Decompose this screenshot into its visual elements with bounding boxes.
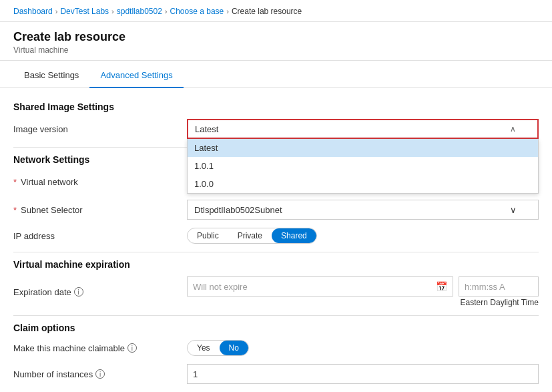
breadcrumb-sep-2: › bbox=[111, 7, 114, 15]
tabs-container: Basic Settings Advanced Settings bbox=[0, 63, 552, 88]
image-version-control: Latest ∧ Latest 1.0.1 1.0.0 bbox=[187, 119, 539, 139]
tab-advanced-settings[interactable]: Advanced Settings bbox=[89, 63, 183, 88]
claim-section-title: Claim options bbox=[13, 323, 539, 333]
ip-private-option[interactable]: Private bbox=[228, 228, 272, 243]
breadcrumb-devtest[interactable]: DevTest Labs bbox=[60, 7, 109, 16]
claimable-label: Make this machine claimable i bbox=[13, 343, 187, 353]
expiration-time-input[interactable]: h:mm:ss A bbox=[459, 276, 539, 297]
chevron-down-icon: ∨ bbox=[510, 205, 517, 215]
page-subtitle: Virtual machine bbox=[13, 45, 539, 55]
claimable-row: Make this machine claimable i Yes No bbox=[13, 340, 539, 356]
expiration-date-label: Expiration date i bbox=[13, 287, 187, 297]
chevron-up-icon: ∧ bbox=[510, 124, 516, 134]
image-version-row: Image version Latest ∧ Latest 1.0.1 1.0.… bbox=[13, 119, 539, 139]
subnet-selector-dropdown[interactable]: DtlspdtlIab0502Subnet ∨ bbox=[187, 200, 539, 220]
dropdown-option-latest[interactable]: Latest bbox=[188, 139, 538, 157]
breadcrumb-current: Create lab resource bbox=[232, 7, 302, 16]
subnet-selected-value: DtlspdtlIab0502Subnet bbox=[194, 205, 282, 215]
dropdown-option-100[interactable]: 1.0.0 bbox=[188, 175, 538, 193]
image-version-dropdown-list: Latest 1.0.1 1.0.0 bbox=[187, 139, 539, 194]
timezone-text: Eastern Daylight Time bbox=[187, 298, 539, 307]
expiration-date-row: Expiration date i Will not expire 📅 h:mm… bbox=[13, 276, 539, 307]
expiration-date-input[interactable]: Will not expire 📅 bbox=[187, 276, 453, 297]
breadcrumb-sep-3: › bbox=[165, 7, 168, 15]
virtual-network-label: * Virtual network bbox=[13, 177, 187, 187]
claimable-no-option[interactable]: No bbox=[220, 341, 248, 355]
claimable-info-icon[interactable]: i bbox=[127, 343, 137, 353]
ip-address-control: Public Private Shared bbox=[187, 228, 539, 244]
ip-shared-option[interactable]: Shared bbox=[272, 228, 316, 243]
instances-row: Number of instances i bbox=[13, 364, 539, 384]
claimable-yes-option[interactable]: Yes bbox=[188, 341, 220, 355]
tab-basic-settings[interactable]: Basic Settings bbox=[13, 63, 89, 88]
expiration-section-title: Virtual machine expiration bbox=[13, 259, 539, 270]
breadcrumb-dashboard[interactable]: Dashboard bbox=[13, 7, 53, 16]
divider-3 bbox=[13, 315, 539, 316]
shared-image-section-title: Shared Image Settings bbox=[13, 102, 539, 112]
instances-input[interactable] bbox=[187, 364, 539, 384]
calendar-icon: 📅 bbox=[436, 281, 447, 292]
image-version-dropdown-container: Latest ∧ Latest 1.0.1 1.0.0 bbox=[187, 119, 539, 139]
breadcrumb: Dashboard › DevTest Labs › spdtllab0502 … bbox=[0, 0, 552, 22]
instances-info-icon[interactable]: i bbox=[95, 369, 105, 379]
image-version-dropdown[interactable]: Latest ∧ bbox=[187, 119, 539, 139]
content-area: Shared Image Settings Image version Late… bbox=[0, 88, 552, 392]
claimable-control: Yes No bbox=[187, 340, 539, 356]
breadcrumb-lab[interactable]: spdtllab0502 bbox=[117, 7, 162, 16]
expiration-info-icon[interactable]: i bbox=[74, 287, 83, 297]
ip-address-row: IP address Public Private Shared bbox=[13, 228, 539, 244]
instances-control bbox=[187, 364, 539, 384]
date-time-row: Will not expire 📅 h:mm:ss A bbox=[187, 276, 539, 297]
image-version-label: Image version bbox=[13, 124, 187, 134]
page-header: Create lab resource Virtual machine bbox=[0, 22, 552, 61]
required-asterisk-2: * bbox=[13, 205, 17, 215]
subnet-selector-control: DtlspdtlIab0502Subnet ∨ bbox=[187, 200, 539, 220]
breadcrumb-sep-4: › bbox=[226, 7, 229, 15]
expiration-date-control: Will not expire 📅 h:mm:ss A Eastern Dayl… bbox=[187, 276, 539, 307]
ip-address-toggle: Public Private Shared bbox=[187, 228, 317, 244]
breadcrumb-choose-base[interactable]: Choose a base bbox=[170, 7, 224, 16]
date-placeholder: Will not expire bbox=[193, 282, 248, 292]
claimable-toggle: Yes No bbox=[187, 340, 249, 356]
ip-address-label: IP address bbox=[13, 231, 187, 241]
ip-public-option[interactable]: Public bbox=[188, 228, 228, 243]
subnet-selector-row: * Subnet Selector DtlspdtlIab0502Subnet … bbox=[13, 200, 539, 220]
required-asterisk: * bbox=[13, 177, 17, 187]
breadcrumb-sep-1: › bbox=[55, 7, 58, 15]
time-placeholder: h:mm:ss A bbox=[465, 282, 505, 292]
subnet-selector-label: * Subnet Selector bbox=[13, 205, 187, 215]
image-version-selected: Latest bbox=[195, 124, 218, 134]
instances-label: Number of instances i bbox=[13, 369, 187, 379]
page-title: Create lab resource bbox=[13, 30, 539, 44]
dropdown-option-101[interactable]: 1.0.1 bbox=[188, 157, 538, 175]
divider-2 bbox=[13, 252, 539, 252]
